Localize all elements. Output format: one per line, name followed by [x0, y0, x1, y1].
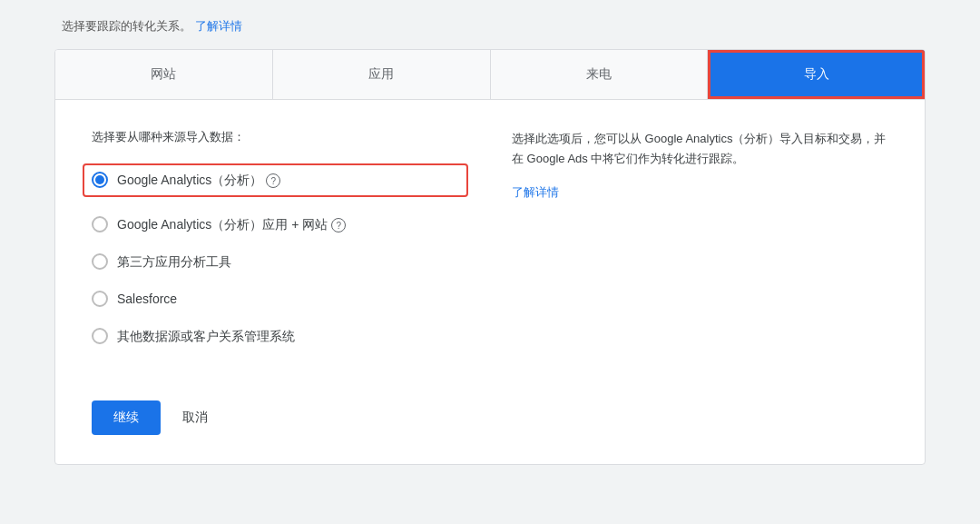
radio-circle-third-party: [92, 253, 108, 270]
radio-circle-ga-app-web: [92, 216, 108, 232]
content-area: 选择要从哪种来源导入数据： Google Analytics（分析）?Googl…: [55, 100, 925, 400]
button-row: 继续 取消: [55, 400, 925, 464]
radio-option-other[interactable]: 其他数据源或客户关系管理系统: [92, 327, 468, 346]
radio-option-salesforce[interactable]: Salesforce: [92, 290, 468, 309]
top-learn-more-link[interactable]: 了解详情: [195, 19, 242, 33]
tabs-row: 网站应用来电导入: [55, 50, 925, 100]
section-label: 选择要从哪种来源导入数据：: [92, 129, 468, 145]
radio-label-ga-app-web: Google Analytics（分析）应用 + 网站?: [117, 215, 346, 234]
radio-option-ga[interactable]: Google Analytics（分析）?: [83, 163, 468, 197]
learn-more-link[interactable]: 了解详情: [512, 185, 559, 199]
radio-option-third-party[interactable]: 第三方应用分析工具: [92, 252, 468, 272]
radio-label-salesforce: Salesforce: [117, 290, 177, 309]
tab-import[interactable]: 导入: [708, 50, 925, 99]
radio-option-ga-app-web[interactable]: Google Analytics（分析）应用 + 网站?: [92, 215, 468, 234]
radio-options-container: Google Analytics（分析）?Google Analytics（分析…: [92, 163, 468, 346]
tab-app[interactable]: 应用: [273, 50, 491, 99]
left-panel: 选择要从哪种来源导入数据： Google Analytics（分析）?Googl…: [92, 129, 468, 364]
radio-circle-ga: [92, 172, 108, 188]
right-panel: 选择此选项后，您可以从 Google Analytics（分析）导入目标和交易，…: [512, 129, 888, 364]
tab-phone[interactable]: 来电: [491, 50, 709, 99]
help-icon-ga-app-web[interactable]: ?: [331, 218, 346, 232]
radio-circle-other: [92, 328, 108, 344]
description-text: 选择此选项后，您可以从 Google Analytics（分析）导入目标和交易，…: [512, 129, 888, 169]
continue-button[interactable]: 继续: [92, 400, 161, 435]
page-wrapper: 选择要跟踪的转化关系。 了解详情 网站应用来电导入 选择要从哪种来源导入数据： …: [0, 0, 980, 524]
cancel-button[interactable]: 取消: [182, 410, 208, 426]
radio-circle-salesforce: [92, 291, 108, 307]
tab-website[interactable]: 网站: [55, 50, 273, 99]
radio-label-other: 其他数据源或客户关系管理系统: [117, 327, 295, 346]
main-card: 网站应用来电导入 选择要从哪种来源导入数据： Google Analytics（…: [54, 49, 926, 465]
radio-label-third-party: 第三方应用分析工具: [117, 252, 231, 272]
help-icon-ga[interactable]: ?: [266, 173, 280, 188]
top-text: 选择要跟踪的转化关系。 了解详情: [54, 18, 926, 35]
radio-label-ga: Google Analytics（分析）?: [117, 171, 280, 190]
